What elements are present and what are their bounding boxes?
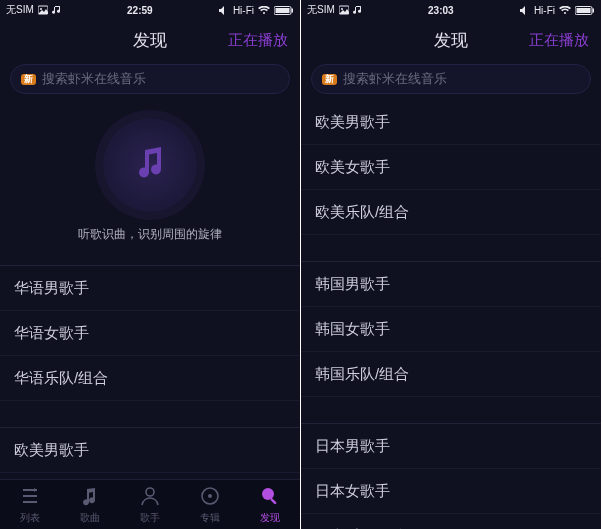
category-item[interactable]: 韩国男歌手: [301, 262, 601, 307]
discover-icon: [259, 485, 281, 509]
svg-rect-3: [292, 8, 294, 12]
category-group: 日本男歌手 日本女歌手 日本乐队/组合: [301, 423, 601, 529]
section-gap: [0, 401, 300, 419]
tab-bar: 列表 歌曲 歌手 专辑 发现: [0, 479, 300, 529]
tab-discover[interactable]: 发现: [240, 480, 300, 529]
category-group: 华语男歌手 华语女歌手 华语乐队/组合: [0, 265, 300, 401]
battery-icon: [274, 6, 294, 15]
wifi-icon: [559, 6, 571, 15]
phone-right: 无SIM 23:03 Hi-Fi 发现 正在播放 新 搜索虾米在线音乐 欧美男歌…: [301, 0, 601, 529]
phone-left: 无SIM 22:59 Hi-Fi 发现 正在播放 新: [0, 0, 300, 529]
tab-artists[interactable]: 歌手: [120, 480, 180, 529]
speaker-icon: [520, 6, 530, 15]
section-gap: [301, 235, 601, 253]
nav-bar: 发现 正在播放: [0, 20, 300, 60]
svg-rect-9: [270, 498, 277, 505]
content-scroll[interactable]: 欧美男歌手 欧美女歌手 欧美乐队/组合 韩国男歌手 韩国女歌手 韩国乐队/组合 …: [301, 100, 601, 529]
search-container: 新 搜索虾米在线音乐: [301, 60, 601, 100]
svg-point-5: [146, 488, 154, 496]
search-badge: 新: [322, 74, 337, 85]
svg-rect-13: [593, 8, 595, 12]
music-icon: [129, 142, 171, 188]
carrier-label: 无SIM: [6, 3, 34, 17]
recognize-section[interactable]: 听歌识曲，识别周围的旋律: [0, 100, 300, 257]
page-title: 发现: [133, 29, 167, 52]
content-scroll[interactable]: 听歌识曲，识别周围的旋律 华语男歌手 华语女歌手 华语乐队/组合 欧美男歌手 欧…: [0, 100, 300, 479]
recognize-circle[interactable]: [103, 118, 197, 212]
category-group: 欧美男歌手 欧美女歌手 欧美乐队/组合: [301, 100, 601, 235]
song-icon: [79, 485, 101, 509]
category-item[interactable]: 欧美男歌手: [0, 428, 300, 473]
battery-icon: [575, 6, 595, 15]
speaker-icon: [219, 6, 229, 15]
svg-point-7: [208, 494, 212, 498]
music-note-icon: [353, 5, 362, 15]
category-item[interactable]: 日本女歌手: [301, 469, 601, 514]
now-playing-link[interactable]: 正在播放: [228, 31, 288, 50]
svg-point-11: [341, 8, 343, 10]
search-badge: 新: [21, 74, 36, 85]
clock: 23:03: [428, 5, 454, 16]
search-placeholder: 搜索虾米在线音乐: [343, 70, 447, 88]
nav-bar: 发现 正在播放: [301, 20, 601, 60]
svg-rect-4: [276, 8, 290, 13]
tab-songs[interactable]: 歌曲: [60, 480, 120, 529]
svg-point-1: [40, 8, 42, 10]
album-icon: [199, 485, 221, 509]
category-item[interactable]: 日本乐队/组合: [301, 514, 601, 529]
category-item[interactable]: 华语女歌手: [0, 311, 300, 356]
svg-rect-14: [577, 8, 591, 13]
wifi-icon: [258, 6, 270, 15]
search-input[interactable]: 新 搜索虾米在线音乐: [311, 64, 591, 94]
category-item[interactable]: 欧美乐队/组合: [301, 190, 601, 235]
artist-icon: [139, 485, 161, 509]
search-placeholder: 搜索虾米在线音乐: [42, 70, 146, 88]
photo-icon: [38, 5, 48, 15]
recognize-caption: 听歌识曲，识别周围的旋律: [78, 226, 222, 243]
tab-label: 专辑: [200, 511, 220, 525]
section-gap: [301, 397, 601, 415]
now-playing-link[interactable]: 正在播放: [529, 31, 589, 50]
category-item[interactable]: 日本男歌手: [301, 424, 601, 469]
list-icon: [19, 485, 41, 509]
photo-icon: [339, 5, 349, 15]
tab-label: 发现: [260, 511, 280, 525]
category-item[interactable]: 欧美男歌手: [301, 100, 601, 145]
search-input[interactable]: 新 搜索虾米在线音乐: [10, 64, 290, 94]
category-item[interactable]: 韩国乐队/组合: [301, 352, 601, 397]
category-item[interactable]: 华语男歌手: [0, 266, 300, 311]
category-item[interactable]: 华语乐队/组合: [0, 356, 300, 401]
category-group: 韩国男歌手 韩国女歌手 韩国乐队/组合: [301, 261, 601, 397]
status-bar: 无SIM 23:03 Hi-Fi: [301, 0, 601, 20]
tab-label: 列表: [20, 511, 40, 525]
status-bar: 无SIM 22:59 Hi-Fi: [0, 0, 300, 20]
audio-mode-label: Hi-Fi: [233, 5, 254, 16]
svg-point-8: [262, 488, 274, 500]
music-note-icon: [52, 5, 61, 15]
audio-mode-label: Hi-Fi: [534, 5, 555, 16]
category-group: 欧美男歌手 欧美女歌手 欧美乐队/组合: [0, 427, 300, 479]
tab-albums[interactable]: 专辑: [180, 480, 240, 529]
page-title: 发现: [434, 29, 468, 52]
search-container: 新 搜索虾米在线音乐: [0, 60, 300, 100]
tab-label: 歌曲: [80, 511, 100, 525]
tab-label: 歌手: [140, 511, 160, 525]
category-item[interactable]: 欧美女歌手: [301, 145, 601, 190]
tab-list[interactable]: 列表: [0, 480, 60, 529]
clock: 22:59: [127, 5, 153, 16]
carrier-label: 无SIM: [307, 3, 335, 17]
category-item[interactable]: 韩国女歌手: [301, 307, 601, 352]
